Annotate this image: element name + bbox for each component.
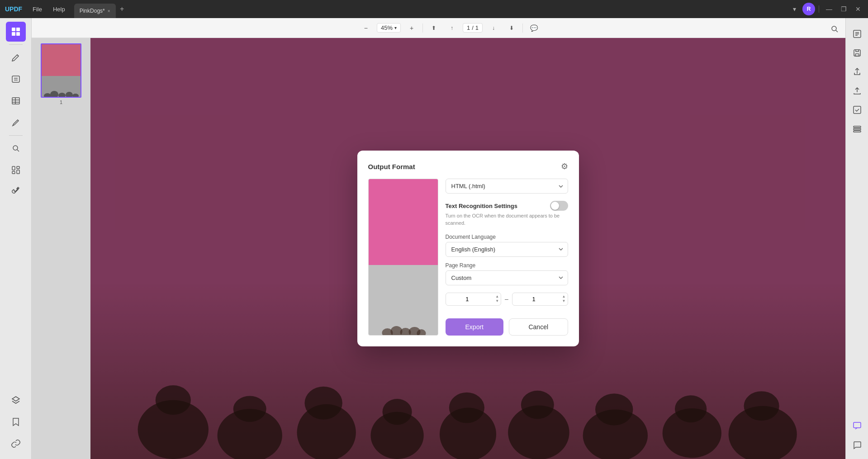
tab-close-btn[interactable]: × — [108, 9, 110, 14]
tab-pinkdogs[interactable]: PinkDogs* × — [74, 4, 116, 18]
maximize-btn[interactable]: ❐ — [837, 3, 850, 15]
menu-file[interactable]: File — [27, 0, 47, 18]
svg-point-17 — [44, 93, 51, 97]
svg-rect-1 — [16, 28, 20, 31]
page-to-up-btn[interactable]: ▲ — [562, 294, 566, 299]
titlebar-controls: ▾ R — ❐ ✕ — [788, 0, 868, 18]
svg-rect-0 — [12, 28, 15, 31]
zoom-out-btn[interactable]: − — [359, 21, 373, 35]
page-to-input[interactable] — [512, 293, 568, 306]
thumbnail-page-1[interactable]: 1 — [41, 43, 81, 105]
page-total: 1 — [475, 24, 479, 31]
svg-rect-54 — [854, 131, 861, 132]
right-chat-icon[interactable] — [849, 417, 866, 435]
svg-point-56 — [832, 26, 836, 31]
zoom-in-btn[interactable]: + — [404, 21, 419, 35]
minimize-btn[interactable]: — — [823, 3, 835, 15]
svg-line-12 — [17, 150, 19, 151]
right-settings-icon[interactable] — [849, 120, 866, 137]
modal-header: Output Format ⚙ — [368, 161, 568, 171]
menu-help[interactable]: Help — [47, 0, 71, 18]
page-from-up-btn[interactable]: ▲ — [495, 294, 499, 299]
sidebar-divider-2 — [9, 135, 23, 136]
preview-top — [369, 179, 438, 265]
right-save-icon[interactable] — [849, 44, 866, 62]
zoom-dropdown-icon[interactable]: ▾ — [394, 25, 397, 30]
page-from-input[interactable] — [446, 293, 502, 306]
right-upload-icon[interactable] — [849, 82, 866, 99]
svg-rect-55 — [854, 422, 861, 428]
svg-point-19 — [58, 93, 66, 97]
thumbnail-panel: 1 — [32, 38, 90, 459]
preview-bottom — [369, 265, 438, 335]
page-to-wrapper: ▲ ▼ — [512, 293, 568, 306]
dropdown-btn[interactable]: ▾ — [788, 3, 801, 15]
page-range-label: Page Range — [446, 262, 568, 269]
page-range-group: Page Range Custom All Pages Current Page — [446, 262, 568, 285]
nav-top-btn[interactable]: ⬆ — [427, 21, 441, 35]
sidebar-tools-icon[interactable] — [6, 182, 26, 202]
sidebar-bookmark-icon[interactable] — [6, 412, 26, 432]
toolbar: − 45% ▾ + ⬆ ↑ 1 / 1 ↓ ⬇ 💬 — [32, 18, 868, 38]
svg-rect-49 — [854, 50, 860, 56]
toolbar-divider-1 — [422, 24, 423, 33]
sidebar-table-icon[interactable] — [6, 91, 26, 111]
gear-icon[interactable]: ⚙ — [561, 161, 568, 171]
sidebar-form-icon[interactable] — [6, 69, 26, 89]
page-dash: – — [505, 295, 508, 303]
right-check-icon[interactable] — [849, 101, 866, 118]
sidebar-edit-icon[interactable] — [6, 47, 26, 67]
left-sidebar — [0, 18, 32, 459]
right-share-icon[interactable] — [849, 63, 866, 80]
nav-up-btn[interactable]: ↑ — [445, 21, 459, 35]
page-to-down-btn[interactable]: ▼ — [562, 299, 566, 303]
sidebar-layers-icon[interactable] — [6, 390, 26, 410]
sidebar-organize-icon[interactable] — [6, 160, 26, 180]
close-btn[interactable]: ✕ — [852, 3, 864, 15]
nav-down-btn[interactable]: ↓ — [486, 21, 501, 35]
svg-point-20 — [66, 92, 73, 97]
recognition-title: Text Recognition Settings — [446, 203, 517, 209]
svg-rect-3 — [16, 32, 20, 36]
page-range-select[interactable]: Custom All Pages Current Page — [446, 270, 568, 285]
modal-overlay: Output Format ⚙ — [90, 38, 845, 459]
page-sep: / — [472, 24, 474, 31]
main-content: Output Format ⚙ — [90, 38, 845, 459]
tab-add-btn[interactable]: + — [116, 3, 128, 15]
page-range-inputs: ▲ ▼ – ▲ ▼ — [446, 293, 568, 306]
toggle-knob — [551, 202, 559, 210]
cancel-btn[interactable]: Cancel — [509, 318, 568, 336]
nav-bottom-btn[interactable]: ⬇ — [504, 21, 519, 35]
toolbar-divider-2 — [522, 24, 523, 33]
app-logo: UPDF — [0, 0, 27, 18]
search-btn[interactable] — [827, 22, 842, 36]
titlebar-menu: File Help — [27, 0, 71, 18]
export-btn[interactable]: Export — [446, 318, 504, 336]
svg-rect-53 — [854, 128, 861, 130]
comment-btn[interactable]: 💬 — [526, 21, 541, 35]
modal-body: HTML (.html) Word (.docx) Excel (.xlsx) … — [368, 179, 568, 336]
svg-rect-14 — [17, 166, 19, 169]
right-export-icon[interactable] — [849, 25, 866, 43]
sidebar-ocr-icon[interactable] — [6, 138, 26, 158]
sidebar-link-icon[interactable] — [6, 434, 26, 454]
avatar[interactable]: R — [802, 3, 815, 15]
sidebar-layout-icon[interactable] — [6, 22, 26, 42]
svg-rect-2 — [12, 32, 15, 36]
format-select[interactable]: HTML (.html) Word (.docx) Excel (.xlsx) … — [446, 179, 568, 194]
svg-point-11 — [13, 146, 18, 150]
svg-rect-15 — [12, 171, 15, 174]
updf-logo-text: UPDF — [5, 5, 22, 13]
page-from-down-btn[interactable]: ▼ — [495, 299, 499, 303]
sidebar-divider-1 — [9, 44, 23, 45]
export-modal: Output Format ⚙ — [357, 151, 579, 346]
zoom-display: 45% ▾ — [377, 23, 401, 33]
recognition-toggle[interactable] — [550, 201, 568, 211]
page-display: 1 / 1 — [463, 23, 483, 33]
sidebar-bottom — [6, 390, 26, 459]
right-comment-icon[interactable] — [849, 436, 866, 454]
language-select[interactable]: English (English) French (Français) Germ… — [446, 242, 568, 257]
sidebar-annotate-icon[interactable] — [6, 113, 26, 132]
recognition-section: Text Recognition Settings Turn on the OC… — [446, 201, 568, 227]
svg-rect-52 — [854, 126, 861, 128]
